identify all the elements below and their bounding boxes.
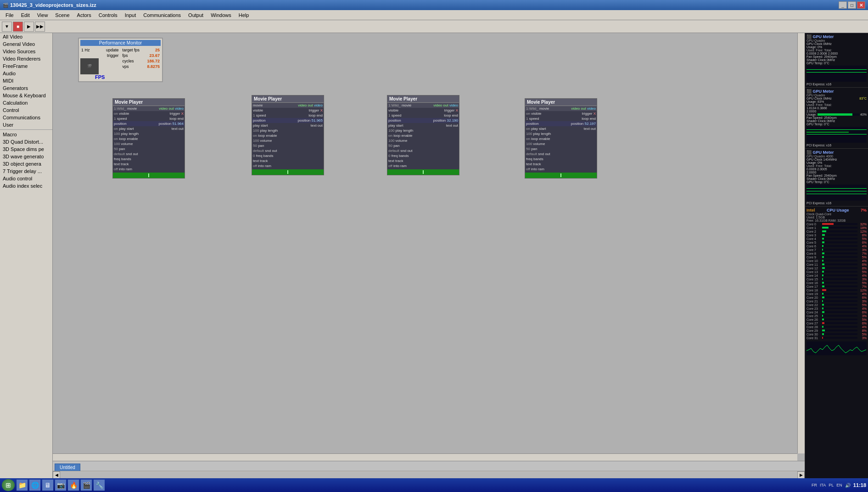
- menu-input[interactable]: Input: [121, 11, 140, 19]
- scroll-right-button[interactable]: ▶: [797, 471, 805, 479]
- perf-hz-label: 1 Hz: [81, 48, 90, 52]
- scroll-track[interactable]: [60, 472, 797, 478]
- perf-cycles: cycles 186.72: [122, 58, 161, 64]
- window-title: 130425_3_videoprojectors_sizes.izz: [10, 2, 96, 8]
- node1-footer: [113, 173, 185, 178]
- bottom-tabs: Untitled: [53, 461, 805, 471]
- menu-windows[interactable]: Windows: [207, 11, 235, 19]
- cpu-core-15: Core 153%: [806, 277, 867, 281]
- taskbar-icon-browser[interactable]: 🌐: [29, 480, 40, 491]
- node2-footer: [252, 169, 324, 175]
- menu-output[interactable]: Output: [185, 11, 207, 19]
- sidebar-item-mouse-keyboard[interactable]: Mouse & Keyboard: [0, 92, 52, 99]
- cpu-core-26: Core 265%: [806, 318, 867, 321]
- node2-title: Movie Player: [252, 95, 324, 103]
- sidebar-item-3d-object[interactable]: 3D object genera: [0, 160, 52, 168]
- toolbar-btn3[interactable]: ▶▶: [35, 22, 45, 32]
- taskbar-icon-app4[interactable]: 🎬: [81, 480, 92, 491]
- perf-fps-display: FPS: [80, 74, 120, 80]
- taskbar-icon-app1[interactable]: 🖥: [42, 480, 53, 491]
- cpu-core-24: Core 246%: [806, 310, 867, 314]
- toolbar-dropdown[interactable]: ▼: [2, 22, 12, 32]
- scroll-left-button[interactable]: ◀: [53, 471, 60, 479]
- menu-actors[interactable]: Actors: [73, 11, 95, 19]
- cpu-title: Intel CPU Usage 7%: [806, 208, 867, 212]
- node4-footer: [525, 173, 597, 178]
- minimize-button[interactable]: _: [839, 1, 847, 9]
- performance-monitor: Performance Monitor 1 Hz update trigger …: [78, 38, 163, 82]
- bottom-scrollbar[interactable]: ◀ ▶: [53, 471, 805, 478]
- toolbar-stop[interactable]: ■: [13, 22, 23, 32]
- menu-help[interactable]: Help: [235, 11, 253, 19]
- menu-controls[interactable]: Controls: [95, 11, 121, 19]
- gpu3-title: ⬛ GPU Meter: [806, 150, 867, 155]
- taskbar-icon-app2[interactable]: 📷: [55, 480, 66, 491]
- start-button[interactable]: ⊞: [2, 479, 15, 491]
- cpu-core-30: Core 305%: [806, 332, 867, 336]
- sidebar-item-video-renderers[interactable]: Video Renderers: [0, 55, 52, 62]
- taskbar-time: 11:18: [853, 482, 866, 488]
- sidebar-item-video-sources[interactable]: Video Sources: [0, 48, 52, 55]
- cpu-core-1: Core 118%: [806, 226, 867, 229]
- toolbar-play[interactable]: ▶: [24, 22, 34, 32]
- cpu-core-16: Core 165%: [806, 281, 867, 285]
- cpu-core-22: Core 225%: [806, 303, 867, 307]
- sidebar-item-freeframe[interactable]: FreeFrame: [0, 62, 52, 70]
- taskbar-icon-app3[interactable]: 🔥: [68, 480, 79, 491]
- cpu-core-13: Core 135%: [806, 270, 867, 274]
- sidebar-item-3d-space[interactable]: 3D Space dims pe: [0, 145, 52, 153]
- sidebar-item-audio-control[interactable]: Audio control: [0, 175, 52, 182]
- taskbar-icon-app5[interactable]: 🔧: [94, 480, 105, 491]
- sidebar-item-audio-index[interactable]: Audio index selec: [0, 182, 52, 190]
- cpu-core-6: Core 64%: [806, 244, 867, 248]
- node-movie-player-2[interactable]: Movie Player movie video out video visib…: [252, 95, 324, 175]
- menu-view[interactable]: View: [34, 11, 52, 19]
- sidebar-item-user[interactable]: User: [0, 121, 52, 129]
- sidebar-item-communications[interactable]: Communications: [0, 114, 52, 121]
- maximize-button[interactable]: □: [848, 1, 856, 9]
- node3-title: Movie Player: [387, 95, 459, 103]
- sidebar-item-3d-wave[interactable]: 3D wave generato: [0, 153, 52, 160]
- cpu-cores-container: Core 032%Core 118%Core 212%Core 38%Core …: [806, 222, 867, 340]
- sidebar-item-general-video[interactable]: General Video: [0, 40, 52, 48]
- window-controls: _ □ ✕: [839, 1, 865, 9]
- tab-untitled[interactable]: Untitled: [55, 464, 80, 471]
- horizontal-scrollbar[interactable]: [53, 453, 797, 461]
- cpu-core-25: Core 253%: [806, 314, 867, 318]
- sidebar-item-calculation[interactable]: Calculation: [0, 99, 52, 106]
- cpu-core-20: Core 206%: [806, 296, 867, 299]
- sidebar-item-generators[interactable]: Generators: [0, 84, 52, 92]
- cpu-core-19: Core 194%: [806, 292, 867, 296]
- vertical-scrollbar[interactable]: [797, 33, 805, 453]
- sidebar-item-3d-quad[interactable]: 3D Quad Distort...: [0, 138, 52, 145]
- perf-row-trigger: trigger: [80, 53, 120, 58]
- menu-communications[interactable]: Communications: [140, 11, 185, 19]
- menu-file[interactable]: File: [2, 11, 17, 19]
- sidebar-item-macro[interactable]: Macro: [0, 131, 52, 138]
- perf-monitor-title: Performance Monitor: [80, 40, 161, 46]
- cpu-core-0: Core 032%: [806, 222, 867, 226]
- perf-update-label: update: [106, 48, 119, 52]
- perf-fps: fps 23.67: [122, 53, 161, 58]
- menu-scene[interactable]: Scene: [51, 11, 73, 19]
- node-movie-player-1[interactable]: Movie Player 1:Wild_ movie video out vid…: [112, 98, 185, 179]
- title-bar: 🎬 130425_3_videoprojectors_sizes.izz _ □…: [0, 0, 868, 10]
- gpu-meter-3: ⬛ GPU Meter GPU Quadro 4000 GPU Clock 14…: [805, 149, 868, 207]
- perf-vps-val: 8.8275: [147, 64, 160, 69]
- sidebar-item-control[interactable]: Control: [0, 106, 52, 114]
- gpu-meter-1: ⬛ GPU Meter GPU Quadro GPU Clock 0MHz Us…: [805, 33, 868, 88]
- taskbar-icon-folder[interactable]: 📁: [17, 480, 28, 491]
- cpu-core-28: Core 284%: [806, 325, 867, 329]
- node-movie-player-4[interactable]: Movie Player 1:Wild_ movie video out vid…: [525, 98, 597, 179]
- sidebar-item-midi[interactable]: MIDI: [0, 77, 52, 84]
- sidebar-item-audio[interactable]: Audio: [0, 70, 52, 77]
- menu-edit[interactable]: Edit: [17, 11, 34, 19]
- node-movie-player-3[interactable]: Movie Player 1:Wild_ movie video out vid…: [387, 95, 459, 175]
- canvas-area[interactable]: Performance Monitor 1 Hz update trigger …: [53, 33, 805, 461]
- close-button[interactable]: ✕: [857, 1, 865, 9]
- sidebar-item-7trigger[interactable]: 7 Trigger delay ...: [0, 168, 52, 175]
- perf-vps: vps 8.8275: [122, 64, 161, 69]
- sidebar-item-all-video[interactable]: All Video: [0, 33, 52, 40]
- node4-title: Movie Player: [525, 99, 597, 106]
- cpu-core-21: Core 213%: [806, 299, 867, 303]
